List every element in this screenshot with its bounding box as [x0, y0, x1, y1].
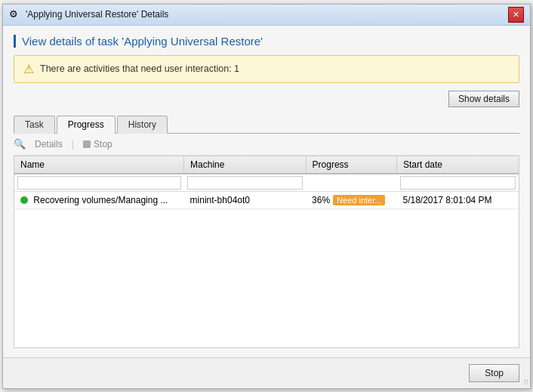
tab-progress[interactable]: Progress	[57, 116, 116, 134]
data-table: Name Machine Progress Start date	[14, 156, 519, 209]
toolbar-stop-label: Stop	[94, 139, 112, 150]
filter-name-input[interactable]	[17, 176, 181, 190]
warning-banner: ⚠ There are activities that need user in…	[14, 55, 519, 83]
page-title: View details of task 'Applying Universal…	[14, 35, 519, 48]
need-interaction-badge: Need inter...	[333, 195, 385, 205]
toolbar-separator: |	[72, 138, 74, 150]
filter-machine-input[interactable]	[187, 176, 303, 190]
row-startdate: 5/18/2017 8:01:04 PM	[397, 191, 519, 208]
show-details-button[interactable]: Show details	[448, 91, 519, 107]
tabs-container: Task Progress History 🔍 Details | Stop	[14, 115, 519, 348]
title-bar-controls: ✕	[508, 7, 524, 23]
row-name: Recovering volumes/Managing ...	[14, 191, 184, 208]
content-area: View details of task 'Applying Universal…	[3, 26, 530, 357]
tab-task[interactable]: Task	[14, 116, 55, 134]
stop-button[interactable]: Stop	[469, 364, 519, 382]
toolbar-stop-icon	[83, 140, 91, 148]
col-name: Name	[14, 156, 184, 174]
table-row[interactable]: Recovering volumes/Managing ... minint-b…	[14, 191, 519, 208]
show-details-area: Show details	[14, 91, 519, 107]
toolbar: 🔍 Details | Stop	[14, 134, 519, 156]
tab-bar: Task Progress History	[14, 115, 519, 134]
row-progress: 36% Need inter...	[306, 191, 396, 208]
table-container: Name Machine Progress Start date	[14, 156, 519, 348]
col-machine: Machine	[184, 156, 306, 174]
title-bar: ⚙ 'Applying Universal Restore' Details ✕	[3, 5, 530, 26]
close-button[interactable]: ✕	[508, 7, 524, 23]
table-header-row: Name Machine Progress Start date	[14, 156, 519, 174]
warning-icon: ⚠	[23, 62, 34, 76]
window-icon: ⚙	[9, 8, 21, 20]
col-progress: Progress	[306, 156, 396, 174]
details-button[interactable]: Details	[30, 137, 67, 151]
details-label: Details	[35, 139, 63, 150]
bottom-bar: Stop	[3, 357, 530, 388]
title-bar-left: ⚙ 'Applying Universal Restore' Details	[9, 8, 168, 20]
row-machine: minint-bh04ot0	[184, 191, 306, 208]
tab-history[interactable]: History	[117, 116, 168, 134]
main-window: ⚙ 'Applying Universal Restore' Details ✕…	[2, 4, 531, 389]
status-icon	[20, 196, 28, 204]
col-startdate: Start date	[397, 156, 519, 174]
title-bar-text: 'Applying Universal Restore' Details	[26, 9, 168, 20]
filter-startdate-input[interactable]	[400, 176, 516, 190]
warning-text: There are activities that need user inte…	[40, 63, 239, 74]
resize-handle: ⠿	[523, 378, 528, 387]
filter-row	[14, 174, 519, 192]
toolbar-stop-button[interactable]: Stop	[79, 137, 117, 151]
search-icon: 🔍	[14, 138, 26, 150]
